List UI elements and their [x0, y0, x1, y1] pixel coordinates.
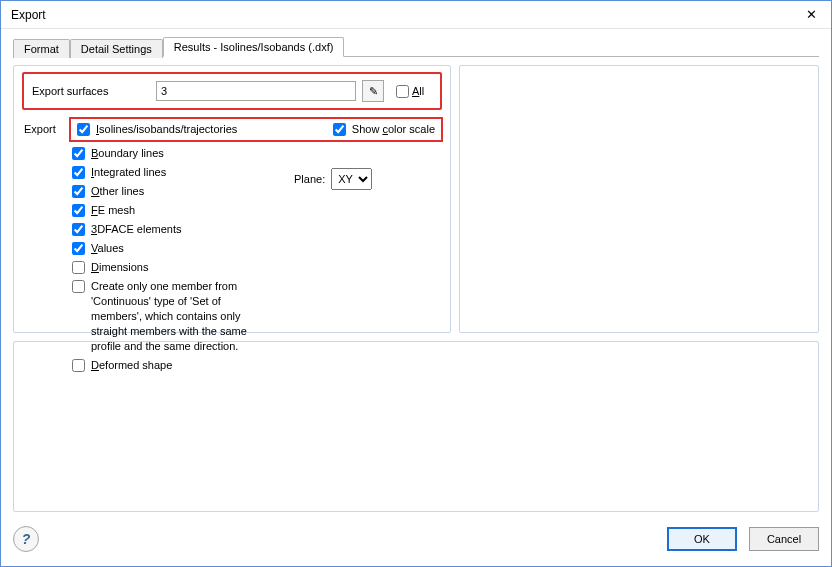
chk-integrated-label: Integrated lines	[91, 165, 166, 180]
export-options-grid: Export Isolines/isobands/trajectories Sh…	[24, 120, 440, 373]
chk-values-box[interactable]	[72, 242, 85, 255]
export-surfaces-input[interactable]	[156, 81, 356, 101]
chk-other-label: Other lines	[91, 184, 144, 199]
titlebar: Export ✕	[1, 1, 831, 29]
tab-body: Export surfaces ✎ All Export	[13, 57, 819, 512]
chk-other[interactable]: Other lines	[72, 184, 270, 199]
panel-left: Export surfaces ✎ All Export	[13, 65, 451, 333]
help-button[interactable]: ?	[13, 526, 39, 552]
export-surfaces-row: Export surfaces ✎ All	[22, 72, 442, 110]
window-title: Export	[11, 8, 791, 22]
tab-results-isolines[interactable]: Results - Isolines/Isobands (.dxf)	[163, 37, 345, 57]
chk-integrated-box[interactable]	[72, 166, 85, 179]
plane-row: Plane: XY	[294, 168, 440, 190]
plane-column: Plane: XY	[290, 146, 440, 190]
tab-detail-settings[interactable]: Detail Settings	[70, 39, 163, 58]
tab-format[interactable]: Format	[13, 39, 70, 58]
picker-icon: ✎	[369, 85, 378, 98]
chk-integrated[interactable]: Integrated lines	[72, 165, 270, 180]
chk-3dface-label: 3DFACE elements	[91, 222, 182, 237]
content-area: Format Detail Settings Results - Isoline…	[1, 29, 831, 522]
chk-boundary-label: Boundary lines	[91, 146, 164, 161]
export-label: Export	[24, 120, 66, 373]
chk-3dface-box[interactable]	[72, 223, 85, 236]
panel-bottom	[13, 341, 819, 512]
chk-isolines-box[interactable]	[77, 123, 90, 136]
chk-dimensions[interactable]: Dimensions	[72, 260, 270, 275]
chk-femesh[interactable]: FE mesh	[72, 203, 270, 218]
panel-right	[459, 65, 819, 333]
chk-dimensions-label: Dimensions	[91, 260, 148, 275]
chk-3dface[interactable]: 3DFACE elements	[72, 222, 270, 237]
dialog-footer: ? OK Cancel	[1, 522, 831, 566]
help-icon: ?	[22, 531, 31, 547]
highlight-row: Isolines/isobands/trajectories Show colo…	[69, 117, 443, 142]
plane-label: Plane:	[294, 173, 325, 185]
chk-isolines[interactable]: Isolines/isobands/trajectories	[77, 122, 237, 137]
chk-other-box[interactable]	[72, 185, 85, 198]
all-checkbox[interactable]	[396, 85, 409, 98]
chk-femesh-label: FE mesh	[91, 203, 135, 218]
chk-femesh-box[interactable]	[72, 204, 85, 217]
chk-boundary[interactable]: Boundary lines	[72, 146, 270, 161]
chk-color-scale[interactable]: Show color scale	[333, 122, 435, 137]
cancel-button[interactable]: Cancel	[749, 527, 819, 551]
all-checkbox-wrap[interactable]: All	[396, 85, 424, 98]
tab-bar: Format Detail Settings Results - Isoline…	[13, 35, 819, 57]
chk-isolines-label: Isolines/isobands/trajectories	[96, 122, 237, 137]
export-dialog: Export ✕ Format Detail Settings Results …	[0, 0, 832, 567]
export-surfaces-label: Export surfaces	[30, 85, 150, 97]
chk-color-scale-box[interactable]	[333, 123, 346, 136]
pick-surfaces-button[interactable]: ✎	[362, 80, 384, 102]
upper-panels: Export surfaces ✎ All Export	[13, 65, 819, 333]
export-check-column: Isolines/isobands/trajectories Show colo…	[72, 120, 440, 373]
chk-values-label: Values	[91, 241, 124, 256]
chk-boundary-box[interactable]	[72, 147, 85, 160]
ok-button[interactable]: OK	[667, 527, 737, 551]
chk-dimensions-box[interactable]	[72, 261, 85, 274]
all-label: All	[412, 85, 424, 97]
chk-onemember-box[interactable]	[72, 280, 85, 293]
chk-color-scale-label: Show color scale	[352, 122, 435, 137]
close-button[interactable]: ✕	[791, 1, 831, 29]
plane-select[interactable]: XY	[331, 168, 372, 190]
chk-values[interactable]: Values	[72, 241, 270, 256]
